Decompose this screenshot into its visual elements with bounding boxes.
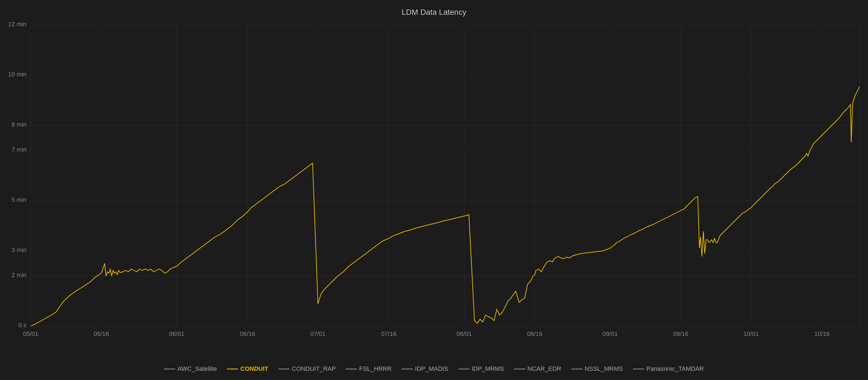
legend-item-fsl-hrrr: FSL_HRRR <box>346 365 392 373</box>
legend-item-conduit: CONDUIT <box>227 365 268 373</box>
legend-line-nssl-mrms <box>571 369 583 370</box>
legend-item-ncar-edr: NCAR_EDR <box>514 365 561 373</box>
x-label-1001: 10/01 <box>743 331 758 337</box>
y-label-12min: 12 min <box>8 21 27 28</box>
legend-label-nssl-mrms: NSSL_MRMS <box>585 365 623 373</box>
legend-line-conduit-rap <box>278 369 289 370</box>
legend-item-conduit-rap: CONDUIT_RAP <box>278 365 336 373</box>
legend-label-ncar-edr: NCAR_EDR <box>527 365 561 373</box>
x-label-0516: 05/16 <box>93 331 109 337</box>
x-label-0801: 08/01 <box>456 331 472 337</box>
y-label-8min: 8 min <box>11 121 27 128</box>
legend-item-awc-satellite: AWC_Satellite <box>164 365 217 373</box>
legend-line-idp-mrms <box>458 369 469 370</box>
legend-line-idp-madis <box>402 369 413 370</box>
legend-line-awc-satellite <box>164 369 175 370</box>
y-label-0s: 0 s <box>19 322 27 329</box>
x-label-0716: 07/16 <box>381 331 396 337</box>
legend-item-nssl-mrms: NSSL_MRMS <box>571 365 623 373</box>
svg-rect-0 <box>0 20 868 362</box>
y-label-7min: 7 min <box>11 146 27 153</box>
legend-label-awc-satellite: AWC_Satellite <box>178 365 217 373</box>
y-label-10min: 10 min <box>8 71 27 78</box>
legend-label-idp-mrms: IDP_MRMS <box>472 365 504 373</box>
x-label-1016: 10/16 <box>814 331 830 337</box>
legend-line-ncar-edr <box>514 369 525 370</box>
y-label-3min: 3 min <box>11 246 27 253</box>
chart-legend: AWC_Satellite CONDUIT CONDUIT_RAP FSL_HR… <box>0 365 868 373</box>
legend-line-fsl-hrrr <box>346 369 357 370</box>
legend-label-conduit-rap: CONDUIT_RAP <box>292 365 336 373</box>
x-label-0601: 06/01 <box>169 331 184 337</box>
y-label-5min: 5 min <box>11 196 27 203</box>
legend-line-conduit <box>227 369 238 370</box>
legend-line-panasonic-tamdar <box>633 369 644 370</box>
legend-label-panasonic-tamdar: Panasonic_TAMDAR <box>646 365 704 373</box>
x-label-0616: 06/16 <box>240 331 255 337</box>
x-label-0501: 05/01 <box>23 331 38 337</box>
chart-container: LDM Data Latency 12 min 10 min 8 min 7 m… <box>0 0 868 380</box>
chart-title: LDM Data Latency <box>402 8 466 17</box>
legend-label-idp-madis: IDP_MADIS <box>415 365 448 373</box>
x-label-0916: 09/16 <box>673 331 688 337</box>
x-label-0701: 07/01 <box>310 331 326 337</box>
legend-item-panasonic-tamdar: Panasonic_TAMDAR <box>633 365 704 373</box>
y-label-2min: 2 min <box>11 272 27 278</box>
legend-label-fsl-hrrr: FSL_HRRR <box>359 365 392 373</box>
chart-svg: 12 min 10 min 8 min 7 min 5 min 3 min 2 … <box>0 20 868 362</box>
x-label-0901: 09/01 <box>602 331 618 337</box>
legend-item-idp-mrms: IDP_MRMS <box>458 365 504 373</box>
x-label-0816: 08/16 <box>527 331 542 337</box>
legend-item-idp-madis: IDP_MADIS <box>402 365 448 373</box>
legend-label-conduit: CONDUIT <box>240 365 268 373</box>
